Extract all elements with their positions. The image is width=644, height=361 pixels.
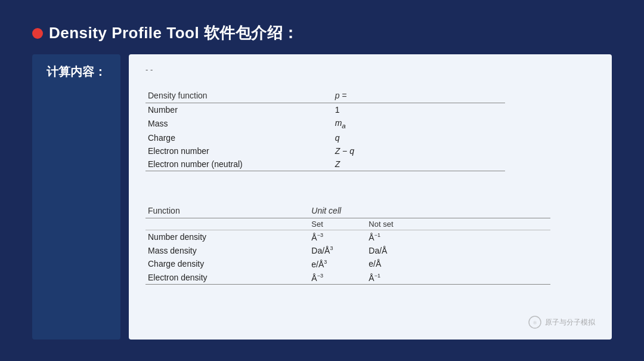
- row4-label: Electron number: [145, 144, 333, 158]
- table1-header-col2: p =: [333, 88, 506, 103]
- row6-notset: Å−1: [366, 230, 429, 243]
- row2-value formula: ma: [333, 116, 506, 131]
- table-row: Charge q: [145, 131, 505, 144]
- table2-header-row: Function Unit cell: [145, 203, 550, 218]
- table1-header-row: Density function p =: [145, 88, 505, 103]
- table2-subheader-set: Set: [309, 218, 366, 230]
- table-row: Number 1: [145, 103, 505, 117]
- row6-set: Å−3: [309, 230, 366, 243]
- title-row: Density Profile Tool 软件包介绍：: [32, 23, 612, 44]
- table2-header-unitcell: Unit cell: [309, 203, 429, 218]
- table-row: Electron number Z − q: [145, 144, 505, 158]
- dots: - -: [145, 65, 595, 74]
- density-units-table: Function Unit cell Set Not set Number de…: [145, 203, 550, 285]
- watermark-text: 原子与分子模拟: [545, 317, 595, 328]
- table2-header-func: Function: [145, 203, 309, 218]
- table-row: Mass ma: [145, 116, 505, 131]
- table2-header-notset-placeholder: [429, 203, 550, 218]
- table2-subheader-notset: Not set: [366, 218, 429, 230]
- table-row: Charge density e/Å3 e/Å: [145, 257, 550, 271]
- table2-subheader-row: Set Not set: [145, 218, 550, 230]
- row1-value: 1: [333, 103, 506, 117]
- section-label: 计算内容：: [32, 54, 120, 340]
- row3-value formula: q: [333, 131, 506, 144]
- table-row: Electron number (neutral) Z: [145, 158, 505, 171]
- row8-set: e/Å3: [309, 257, 366, 271]
- main-title: Density Profile Tool 软件包介绍：: [49, 23, 299, 44]
- row6-label: Number density: [145, 230, 309, 243]
- table2-subheader-extra: [429, 218, 550, 230]
- row5-label: Electron number (neutral): [145, 158, 333, 171]
- table2-subheader-func: [145, 218, 309, 230]
- svg-text:⚛: ⚛: [532, 320, 537, 326]
- row4-value formula: Z − q: [333, 144, 506, 158]
- row2-label: Mass: [145, 116, 333, 131]
- table-row: Mass density Da/Å3 Da/Å: [145, 243, 550, 257]
- main-card: Density Profile Tool 软件包介绍： 计算内容： - - De…: [18, 12, 626, 349]
- table1-container: Density function p = Number 1 Mass ma: [145, 88, 595, 171]
- row9-notset: Å−1: [366, 271, 429, 285]
- right-content: - - Density function p = Number 1: [129, 54, 612, 340]
- row7-label: Mass density: [145, 243, 309, 257]
- row5-value formula: Z: [333, 158, 506, 171]
- row9-label: Electron density: [145, 271, 309, 285]
- content-area: 计算内容： - - Density function p = Number 1: [32, 54, 612, 340]
- table-row: Electron density Å−3 Å−1: [145, 271, 550, 285]
- row1-label: Number: [145, 103, 333, 117]
- row7-set: Da/Å3: [309, 243, 366, 257]
- row7-notset: Da/Å: [366, 243, 429, 257]
- table2-container: Function Unit cell Set Not set Number de…: [145, 203, 595, 285]
- row3-label: Charge: [145, 131, 333, 144]
- row8-notset: e/Å: [366, 257, 429, 271]
- density-function-table: Density function p = Number 1 Mass ma: [145, 88, 505, 171]
- table1-header-col1: Density function: [145, 88, 333, 103]
- table-row: Number density Å−3 Å−1: [145, 230, 550, 243]
- row9-set: Å−3: [309, 271, 366, 285]
- watermark-area: ⚛ 原子与分子模拟: [145, 316, 595, 329]
- row8-label: Charge density: [145, 257, 309, 271]
- red-dot-icon: [32, 28, 43, 39]
- watermark-icon: ⚛: [528, 316, 541, 329]
